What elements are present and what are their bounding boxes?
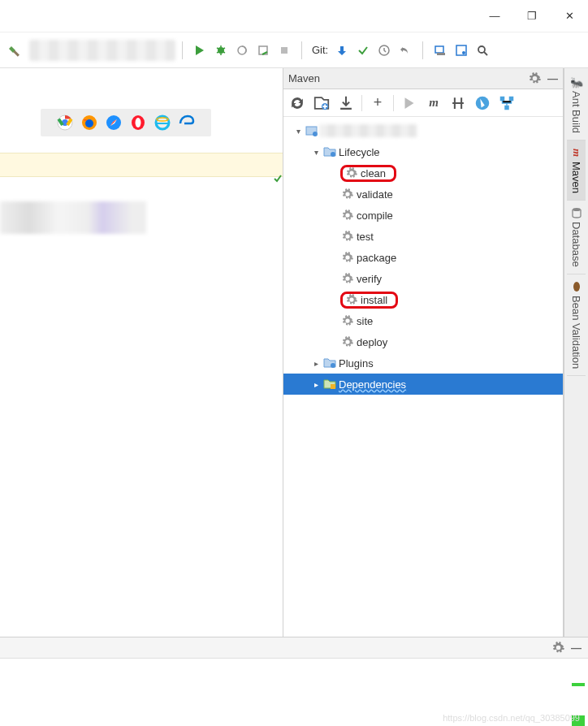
gear-icon — [340, 252, 355, 263]
svg-point-14 — [85, 119, 93, 127]
svg-point-28 — [331, 363, 335, 368]
reimport-icon[interactable] — [288, 94, 306, 112]
chevron-right-icon[interactable]: ▸ — [309, 380, 322, 389]
right-tool-tabs: 🐜 Ant Build m Maven Database Bean Valida… — [564, 68, 588, 637]
download-sources-icon[interactable] — [337, 94, 355, 112]
plugins-node[interactable]: ▸ Plugins — [283, 352, 563, 374]
svg-rect-23 — [509, 96, 514, 101]
chrome-icon[interactable] — [57, 115, 73, 131]
tab-database-label: Database — [570, 222, 582, 267]
build-icon[interactable] — [5, 40, 26, 61]
tab-database[interactable]: Database — [567, 201, 586, 274]
goal-install[interactable]: install — [283, 289, 563, 310]
goal-site[interactable]: site — [283, 310, 563, 331]
dependencies-label: Dependencies — [339, 378, 406, 391]
project-root-node[interactable]: ▾ — [283, 120, 563, 141]
goal-deploy[interactable]: deploy — [283, 331, 563, 352]
svg-point-31 — [573, 282, 580, 292]
tab-bean-validation[interactable]: Bean Validation — [567, 274, 586, 376]
editor-area — [0, 68, 283, 637]
maven-panel-title: Maven — [288, 72, 529, 84]
ide-settings-button[interactable] — [451, 40, 472, 61]
goal-validate[interactable]: validate — [283, 184, 563, 205]
goal-package[interactable]: package — [283, 247, 563, 268]
gear-icon — [340, 210, 355, 221]
chevron-down-icon[interactable]: ▾ — [309, 148, 322, 157]
editor-content-blurred — [0, 201, 146, 234]
tab-ant-label: Ant Build — [570, 91, 582, 133]
folder-dependencies-icon — [322, 378, 337, 390]
run-config-selector[interactable] — [29, 40, 175, 61]
folder-lifecycle-icon — [322, 146, 337, 158]
coverage-button[interactable] — [231, 40, 253, 61]
tab-ant-build[interactable]: 🐜 Ant Build — [567, 70, 586, 140]
browser-icons-bar — [41, 109, 211, 136]
maven-panel: Maven — + m ▾ ▾ — [283, 68, 564, 637]
goal-label: site — [357, 315, 373, 327]
minimize-panel-button[interactable]: — — [547, 72, 558, 84]
gear-icon — [340, 231, 355, 242]
bean-icon — [571, 281, 582, 292]
svg-point-26 — [313, 132, 318, 136]
search-everywhere-button[interactable] — [472, 40, 493, 61]
firefox-icon[interactable] — [81, 115, 97, 131]
lifecycle-label: Lifecycle — [339, 146, 380, 158]
git-label: Git: — [312, 44, 328, 56]
goal-label: verify — [357, 273, 382, 285]
svg-point-10 — [478, 46, 485, 53]
show-dependencies-icon[interactable] — [498, 94, 516, 112]
goal-test[interactable]: test — [283, 226, 563, 247]
main-area: Maven — + m ▾ ▾ — [0, 68, 588, 637]
maven-tree[interactable]: ▾ ▾ Lifecycle cleanvalidatecompiletestpa… — [283, 117, 563, 637]
goal-compile[interactable]: compile — [283, 205, 563, 226]
svg-point-19 — [157, 118, 168, 121]
project-name-blurred — [319, 124, 417, 137]
tab-maven[interactable]: m Maven — [567, 140, 586, 201]
profile-button[interactable] — [253, 40, 274, 61]
dependencies-node[interactable]: ▸ Dependencies — [283, 374, 563, 395]
execute-goal-icon[interactable]: m — [425, 94, 443, 112]
close-button[interactable]: ✕ — [551, 3, 588, 29]
generate-sources-icon[interactable] — [313, 94, 331, 112]
minimize-panel-button[interactable]: — — [571, 642, 582, 654]
restore-button[interactable]: ❐ — [513, 3, 551, 29]
watermark-text: https://blog.csdn.net/qq_30385099 — [443, 713, 580, 723]
lifecycle-node[interactable]: ▾ Lifecycle — [283, 141, 563, 162]
run-maven-icon[interactable] — [400, 94, 418, 112]
run-button[interactable] — [189, 40, 210, 61]
tab-maven-label: Maven — [570, 162, 582, 193]
svg-rect-22 — [500, 96, 505, 101]
opera-icon[interactable] — [130, 115, 146, 131]
toggle-skip-tests-icon[interactable] — [473, 94, 491, 112]
ant-icon: 🐜 — [571, 76, 582, 88]
gear-icon[interactable] — [529, 72, 541, 84]
svg-point-17 — [136, 118, 141, 127]
bottom-panel-header: — — [0, 637, 588, 659]
minimize-button[interactable]: — — [476, 3, 513, 29]
git-rollback-button[interactable] — [395, 40, 416, 61]
goal-label: clean — [361, 167, 386, 179]
safari-icon[interactable] — [106, 115, 122, 131]
gear-icon[interactable] — [552, 642, 564, 654]
maven-toolbar: + m — [283, 89, 563, 117]
edge-icon[interactable] — [179, 115, 195, 131]
git-commit-button[interactable] — [352, 40, 374, 61]
gear-icon — [344, 167, 359, 179]
debug-button[interactable] — [210, 40, 231, 61]
svg-rect-7 — [437, 53, 445, 55]
toggle-offline-icon[interactable] — [449, 94, 467, 112]
project-structure-button[interactable] — [430, 40, 451, 61]
git-history-button[interactable] — [374, 40, 395, 61]
goal-clean[interactable]: clean — [283, 162, 563, 184]
gear-icon — [344, 294, 359, 305]
git-update-button[interactable] — [331, 40, 352, 61]
folder-plugins-icon — [322, 357, 337, 369]
goal-label: install — [361, 294, 387, 306]
ie-icon[interactable] — [154, 115, 171, 131]
gear-icon — [340, 315, 355, 326]
chevron-right-icon[interactable]: ▸ — [309, 359, 322, 368]
chevron-down-icon[interactable]: ▾ — [292, 127, 305, 136]
maven-module-icon — [305, 124, 319, 137]
goal-verify[interactable]: verify — [283, 268, 563, 289]
add-project-icon[interactable]: + — [369, 94, 387, 112]
